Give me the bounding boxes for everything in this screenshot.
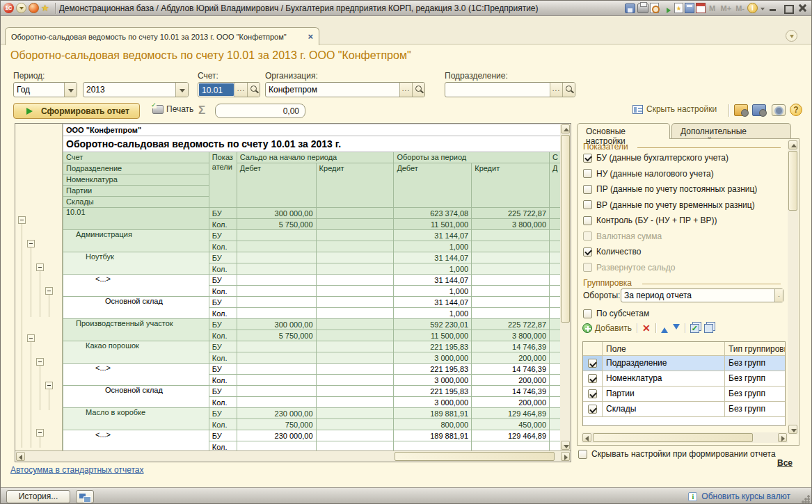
header-closing-balance-partial[interactable]: С bbox=[550, 152, 562, 163]
value-cell[interactable] bbox=[316, 208, 394, 219]
partial-cell[interactable] bbox=[550, 241, 562, 252]
value-cell[interactable] bbox=[316, 275, 394, 286]
autosum-link[interactable]: Автосумма в стандартных отчетах bbox=[10, 465, 144, 475]
value-cell[interactable]: 31 144,07 bbox=[394, 297, 472, 308]
header-indicators[interactable]: Показатели bbox=[209, 152, 237, 208]
maximize-button[interactable] bbox=[782, 3, 794, 13]
value-cell[interactable] bbox=[472, 230, 550, 241]
checkbox[interactable] bbox=[588, 374, 597, 383]
preview-icon[interactable] bbox=[650, 3, 659, 13]
value-cell[interactable]: 3 800,000 bbox=[472, 330, 550, 341]
partial-cell[interactable] bbox=[550, 408, 562, 419]
value-cell[interactable] bbox=[237, 397, 316, 408]
value-cell[interactable]: 1,000 bbox=[394, 241, 472, 252]
value-cell[interactable] bbox=[316, 330, 394, 341]
checkbox[interactable] bbox=[583, 200, 592, 209]
indicator-checkbox-row[interactable]: ВР (данные по учету временных разниц) bbox=[583, 200, 755, 210]
add-button[interactable]: Добавить bbox=[582, 323, 632, 333]
service-circle-icon[interactable] bbox=[29, 3, 39, 13]
indicator-cell[interactable]: БУ bbox=[209, 208, 237, 219]
value-cell[interactable]: 14 746,39 bbox=[472, 364, 550, 375]
partial-cell[interactable] bbox=[550, 386, 562, 397]
minimize-button[interactable] bbox=[767, 3, 779, 13]
partial-cell[interactable] bbox=[550, 375, 562, 386]
value-cell[interactable] bbox=[237, 252, 316, 263]
value-cell[interactable]: 11 500,000 bbox=[394, 330, 472, 341]
value-cell[interactable] bbox=[237, 375, 316, 386]
grouping-row[interactable]: ПартииБез групп bbox=[583, 387, 785, 402]
value-cell[interactable]: 300 000,00 bbox=[237, 208, 316, 219]
indicator-cell[interactable]: БУ bbox=[209, 430, 237, 441]
partial-cell[interactable] bbox=[550, 341, 562, 352]
department-field[interactable]: ... bbox=[445, 82, 575, 97]
checkbox[interactable] bbox=[583, 169, 592, 178]
report-row-group[interactable]: Масло в коробке bbox=[63, 408, 209, 430]
move-up-icon[interactable] bbox=[661, 324, 668, 333]
partial-cell[interactable] bbox=[550, 319, 562, 330]
choose-icon[interactable]: ... bbox=[399, 83, 412, 97]
value-cell[interactable]: 31 144,07 bbox=[394, 275, 472, 286]
help-icon[interactable]: ? bbox=[790, 104, 802, 116]
indicator-cell[interactable]: Кол. bbox=[209, 263, 237, 275]
hide-on-generate-row[interactable]: Скрывать настройки при формировании отче… bbox=[578, 449, 776, 459]
indicator-checkbox-row[interactable]: БУ (данные бухгалтерского учета) bbox=[583, 153, 729, 163]
value-cell[interactable]: 225 722,87 bbox=[472, 319, 550, 330]
report-row-group[interactable]: Какао порошок bbox=[63, 341, 209, 364]
indicator-checkbox-row[interactable]: Валютная сумма bbox=[583, 231, 662, 241]
report-vscrollbar[interactable] bbox=[560, 124, 571, 450]
value-cell[interactable] bbox=[237, 286, 316, 297]
tree-collapse-icon[interactable] bbox=[27, 240, 35, 247]
indicator-cell[interactable]: Кол. bbox=[209, 441, 237, 451]
organization-field[interactable]: Конфетпром ... bbox=[265, 82, 425, 97]
value-cell[interactable] bbox=[237, 275, 316, 286]
checkbox[interactable] bbox=[583, 185, 592, 194]
delete-icon[interactable]: ✕ bbox=[642, 323, 651, 333]
checkbox[interactable] bbox=[583, 309, 592, 318]
report-hscrollbar[interactable] bbox=[15, 450, 571, 462]
value-cell[interactable]: 3 000,000 bbox=[394, 352, 472, 364]
value-cell[interactable] bbox=[472, 275, 550, 286]
settings-vscrollbar[interactable] bbox=[788, 140, 798, 434]
value-cell[interactable] bbox=[472, 241, 550, 252]
search-icon[interactable] bbox=[412, 83, 424, 97]
value-cell[interactable]: 750,000 bbox=[237, 419, 316, 430]
resize-grip[interactable] bbox=[801, 494, 810, 503]
value-cell[interactable]: 31 144,07 bbox=[394, 230, 472, 241]
indicator-cell[interactable]: Кол. bbox=[209, 286, 237, 297]
value-cell[interactable]: 1,000 bbox=[394, 308, 472, 319]
choose-icon[interactable]: . bbox=[774, 289, 783, 302]
choose-icon[interactable]: ... bbox=[234, 83, 247, 97]
value-cell[interactable] bbox=[316, 319, 394, 330]
favorites-icon[interactable] bbox=[660, 3, 673, 14]
check-all-icon[interactable] bbox=[690, 324, 699, 333]
value-cell[interactable] bbox=[237, 263, 316, 275]
tab-additional-settings[interactable]: Дополнительные настройки bbox=[671, 123, 791, 138]
value-cell[interactable] bbox=[472, 286, 550, 297]
value-cell[interactable]: 129 464,89 bbox=[472, 408, 550, 419]
value-cell[interactable]: 450,000 bbox=[472, 419, 550, 430]
value-cell[interactable] bbox=[237, 386, 316, 397]
chevron-down-icon[interactable] bbox=[64, 83, 77, 97]
value-cell[interactable] bbox=[237, 241, 316, 252]
partial-cell[interactable] bbox=[550, 230, 562, 241]
value-cell[interactable]: 221 195,83 bbox=[394, 364, 472, 375]
indicator-cell[interactable]: БУ bbox=[209, 275, 237, 286]
info-icon[interactable]: i bbox=[747, 3, 758, 13]
tab-list-dropdown-icon[interactable] bbox=[786, 30, 797, 42]
indicator-cell[interactable]: Кол. bbox=[209, 397, 237, 408]
value-cell[interactable] bbox=[316, 364, 394, 375]
period-year-select[interactable]: 2013 bbox=[83, 82, 189, 97]
value-cell[interactable] bbox=[316, 419, 394, 430]
indicator-cell[interactable]: БУ bbox=[209, 319, 237, 330]
indicator-cell[interactable]: Кол. bbox=[209, 375, 237, 386]
header-opening-balance[interactable]: Сальдо на начало периода bbox=[237, 152, 394, 163]
value-cell[interactable] bbox=[316, 352, 394, 364]
indicator-checkbox-row[interactable]: НУ (данные налогового учета) bbox=[583, 169, 714, 179]
history-button[interactable]: История... bbox=[6, 490, 70, 503]
turnovers-select[interactable]: За период отчета. bbox=[621, 288, 783, 302]
value-cell[interactable] bbox=[472, 252, 550, 263]
value-cell[interactable] bbox=[237, 341, 316, 352]
header-account[interactable]: Счет bbox=[63, 152, 209, 163]
report-row-group[interactable]: Основной склад bbox=[63, 297, 209, 319]
report-row-group[interactable]: <...> bbox=[63, 364, 209, 386]
